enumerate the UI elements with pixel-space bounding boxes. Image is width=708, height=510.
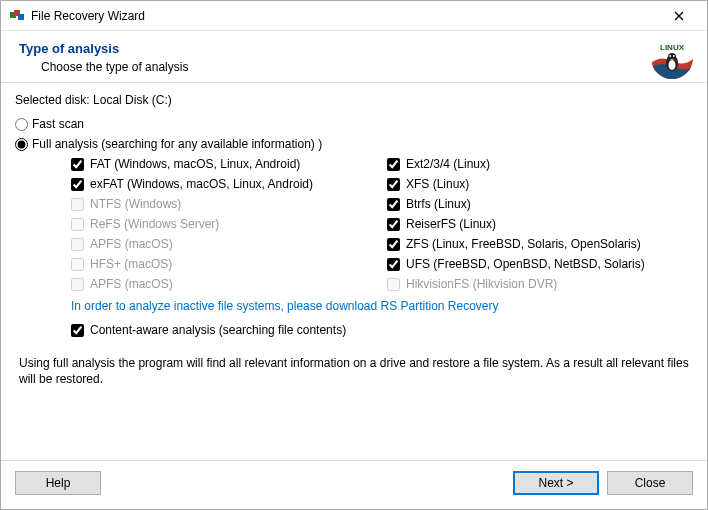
content-aware-label: Content-aware analysis (searching file c… [90,323,346,337]
filesystem-label: XFS (Linux) [406,177,469,191]
selected-disk-value: Local Disk (C:) [93,93,172,107]
filesystem-label: exFAT (Windows, macOS, Linux, Android) [90,177,313,191]
filesystem-checkbox [71,218,84,231]
filesystem-checkbox [71,198,84,211]
wizard-body: Selected disk: Local Disk (C:) Fast scan… [1,83,707,460]
fast-scan-radio[interactable] [15,118,28,131]
fast-scan-label: Fast scan [32,117,84,131]
svg-point-8 [669,55,671,57]
full-analysis-label: Full analysis (searching for any availab… [32,137,322,151]
full-analysis-radio[interactable] [15,138,28,151]
filesystem-label: ZFS (Linux, FreeBSD, Solaris, OpenSolari… [406,237,641,251]
filesystem-checkbox[interactable] [71,158,84,171]
filesystem-label: HikvisionFS (Hikvision DVR) [406,277,557,291]
filesystem-option: ReFS (Windows Server) [71,217,377,231]
filesystem-option: HFS+ (macOS) [71,257,377,271]
filesystem-checkbox[interactable] [387,218,400,231]
content-aware-option[interactable]: Content-aware analysis (searching file c… [71,323,693,337]
filesystem-label: ReFS (Windows Server) [90,217,219,231]
description-text: Using full analysis the program will fin… [19,355,689,387]
wizard-header: Type of analysis Choose the type of anal… [1,31,707,82]
filesystem-option[interactable]: XFS (Linux) [387,177,693,191]
filesystem-label: Ext2/3/4 (Linux) [406,157,490,171]
filesystem-option: NTFS (Windows) [71,197,377,211]
filesystem-label: NTFS (Windows) [90,197,181,211]
filesystem-label: APFS (macOS) [90,277,173,291]
filesystem-label: ReiserFS (Linux) [406,217,496,231]
filesystem-checkbox[interactable] [387,238,400,251]
filesystem-grid: FAT (Windows, macOS, Linux, Android)Ext2… [71,157,693,291]
page-heading: Type of analysis [19,41,689,56]
svg-text:LINUX: LINUX [660,43,685,52]
filesystem-label: Btrfs (Linux) [406,197,471,211]
wizard-footer: Help Next > Close [1,460,707,509]
filesystem-option[interactable]: Btrfs (Linux) [387,197,693,211]
svg-point-7 [669,60,676,70]
close-icon[interactable] [659,1,699,30]
filesystem-option[interactable]: exFAT (Windows, macOS, Linux, Android) [71,177,377,191]
filesystem-option: APFS (macOS) [71,277,377,291]
full-analysis-option[interactable]: Full analysis (searching for any availab… [15,137,693,151]
download-link[interactable]: In order to analyze inactive file system… [71,299,693,313]
filesystem-checkbox[interactable] [387,258,400,271]
filesystem-checkbox[interactable] [387,178,400,191]
filesystem-label: HFS+ (macOS) [90,257,172,271]
page-subheading: Choose the type of analysis [41,60,689,74]
svg-rect-2 [18,14,24,20]
wizard-window: File Recovery Wizard Type of analysis Ch… [0,0,708,510]
filesystem-checkbox[interactable] [387,158,400,171]
filesystem-option[interactable]: FAT (Windows, macOS, Linux, Android) [71,157,377,171]
filesystem-checkbox [71,258,84,271]
titlebar: File Recovery Wizard [1,1,707,31]
filesystem-option: HikvisionFS (Hikvision DVR) [387,277,693,291]
help-button[interactable]: Help [15,471,101,495]
filesystem-label: FAT (Windows, macOS, Linux, Android) [90,157,300,171]
filesystem-label: UFS (FreeBSD, OpenBSD, NetBSD, Solaris) [406,257,645,271]
filesystem-checkbox[interactable] [71,178,84,191]
filesystem-option[interactable]: UFS (FreeBSD, OpenBSD, NetBSD, Solaris) [387,257,693,271]
content-aware-checkbox[interactable] [71,324,84,337]
filesystem-option: APFS (macOS) [71,237,377,251]
close-button[interactable]: Close [607,471,693,495]
svg-point-9 [673,55,675,57]
filesystem-checkbox [71,238,84,251]
filesystem-label: APFS (macOS) [90,237,173,251]
filesystem-checkbox [387,278,400,291]
next-button[interactable]: Next > [513,471,599,495]
selected-disk-label: Selected disk: [15,93,93,107]
app-icon [9,8,25,24]
filesystem-checkbox [71,278,84,291]
filesystem-option[interactable]: ZFS (Linux, FreeBSD, Solaris, OpenSolari… [387,237,693,251]
filesystem-option[interactable]: ReiserFS (Linux) [387,217,693,231]
fast-scan-option[interactable]: Fast scan [15,117,693,131]
linux-logo-icon: LINUX [651,37,693,79]
selected-disk: Selected disk: Local Disk (C:) [15,93,693,107]
filesystem-checkbox[interactable] [387,198,400,211]
window-title: File Recovery Wizard [31,9,659,23]
filesystem-option[interactable]: Ext2/3/4 (Linux) [387,157,693,171]
